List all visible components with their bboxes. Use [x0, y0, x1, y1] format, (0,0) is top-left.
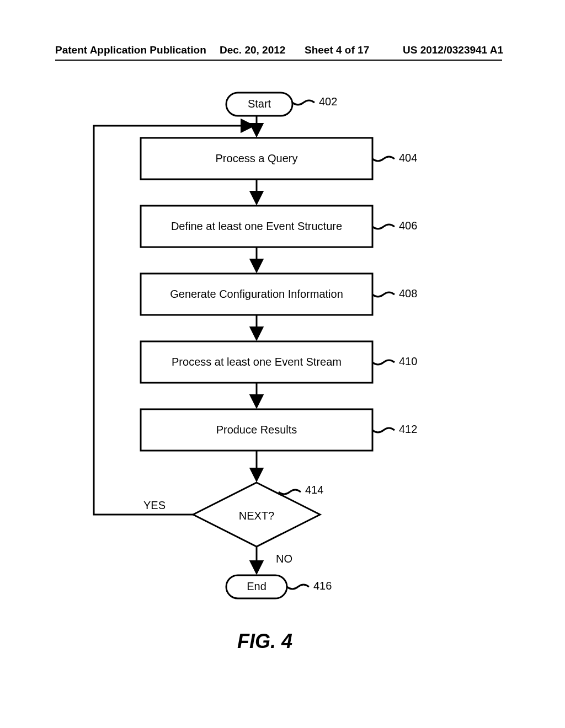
- start-node: Start: [226, 93, 292, 116]
- ref-tick-414: [279, 490, 301, 494]
- generate-config-label: Generate Configuration Information: [170, 288, 343, 300]
- ref-tick-412: [372, 428, 395, 432]
- ref-410: 410: [399, 355, 417, 367]
- publication-date: Dec. 20, 2012: [220, 44, 285, 56]
- ref-tick-402: [292, 100, 315, 105]
- decision-node: NEXT?: [193, 483, 320, 547]
- ref-412: 412: [399, 423, 417, 435]
- ref-406: 406: [399, 220, 417, 232]
- decision-label: NEXT?: [239, 510, 274, 522]
- ref-408: 408: [399, 287, 417, 299]
- figure-label: FIG. 4: [237, 630, 292, 652]
- process-query-label: Process a Query: [216, 152, 298, 164]
- yes-branch-line: [94, 126, 253, 515]
- ref-tick-404: [372, 157, 395, 161]
- ref-tick-406: [372, 224, 395, 229]
- end-node: End: [226, 575, 287, 598]
- sheet-number: Sheet 4 of 17: [305, 44, 369, 56]
- ref-tick-410: [372, 360, 395, 365]
- define-event-structure-node: Define at least one Event Structure: [141, 206, 372, 247]
- ref-402: 402: [319, 95, 337, 108]
- process-event-stream-label: Process at least one Event Stream: [172, 356, 342, 368]
- ref-414: 414: [305, 484, 323, 496]
- yes-label: YES: [143, 499, 166, 511]
- header-rule: [55, 60, 502, 61]
- end-label: End: [247, 580, 266, 592]
- ref-404: 404: [399, 152, 417, 164]
- flowchart-diagram: Start 402 Process a Query 404 Define at …: [0, 66, 565, 728]
- publication-label: Patent Application Publication: [55, 44, 206, 56]
- process-query-node: Process a Query: [141, 138, 372, 179]
- define-event-structure-label: Define at least one Event Structure: [171, 220, 342, 232]
- produce-results-node: Produce Results: [141, 409, 372, 451]
- produce-results-label: Produce Results: [216, 424, 297, 436]
- ref-416: 416: [313, 580, 332, 592]
- start-label: Start: [248, 98, 271, 110]
- ref-tick-416: [287, 585, 309, 589]
- no-label: NO: [276, 553, 292, 565]
- ref-tick-408: [372, 292, 395, 297]
- publication-number: US 2012/0323941 A1: [403, 44, 503, 56]
- process-event-stream-node: Process at least one Event Stream: [141, 341, 372, 383]
- generate-config-node: Generate Configuration Information: [141, 274, 372, 315]
